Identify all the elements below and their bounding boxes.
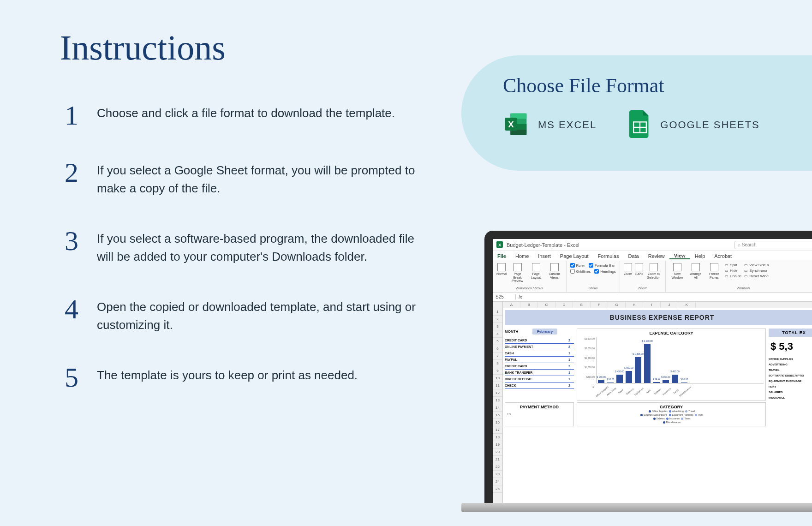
menu-page-layout[interactable]: Page Layout <box>555 253 593 259</box>
ms-excel-option[interactable]: X MS EXCEL <box>503 111 597 139</box>
step-1: 1 Choose and click a file format to down… <box>65 102 424 129</box>
bar-insurance: $ 150.00 <box>663 380 669 383</box>
steps-list: 1 Choose and click a file format to down… <box>65 102 424 421</box>
row-header[interactable]: 16 <box>493 419 502 426</box>
row-header[interactable]: 18 <box>493 434 502 441</box>
menu-insert[interactable]: Insert <box>533 253 555 259</box>
ribbon-page-layout[interactable]: Page Layout <box>528 263 544 279</box>
menu-formulas[interactable]: Formulas <box>593 253 624 259</box>
ribbon-group-label: Window <box>669 286 812 290</box>
ribbon-page-break-preview[interactable]: Page Break Preview <box>510 263 525 283</box>
col-header[interactable]: D <box>555 302 573 308</box>
bar-salaries: $ 45.00 <box>653 382 660 383</box>
ribbon-view-side-b[interactable]: ▭ View Side b <box>744 263 769 267</box>
row-header[interactable]: 10 <box>493 375 502 382</box>
ribbon-100-[interactable]: 100% <box>635 263 643 276</box>
col-header[interactable]: A <box>503 302 520 308</box>
row-header[interactable]: 3 <box>493 323 502 330</box>
row-header[interactable]: 12 <box>493 389 502 397</box>
row-header[interactable]: 15 <box>493 412 502 419</box>
col-header[interactable]: K <box>678 302 696 308</box>
ribbon-arrange-all[interactable]: Arrange All <box>688 263 704 279</box>
ytick: $2,000.00 <box>579 347 595 350</box>
expense-category-chart: EXPENSE CATEGORY $2,500.00$2,000.00$1,50… <box>577 329 766 400</box>
row-header[interactable]: 4 <box>493 330 502 338</box>
step-number: 2 <box>65 159 92 186</box>
ribbon-window: New WindowArrange AllFreeze Panes▭ Split… <box>666 261 812 292</box>
row-header[interactable]: 22 <box>493 463 502 471</box>
report-title: BUSINESS EXPENSE REPORT <box>505 310 812 325</box>
excel-menubar: FileHomeInsertPage LayoutFormulasDataRev… <box>493 251 812 261</box>
col-header[interactable]: B <box>520 302 538 308</box>
excel-window: X Budget-Ledger-Template - Excel ⌕ Searc… <box>493 239 812 503</box>
menu-review[interactable]: Review <box>644 253 669 259</box>
row-header[interactable]: 9 <box>493 367 502 375</box>
col-header[interactable]: J <box>661 302 678 308</box>
col-header[interactable]: G <box>608 302 626 308</box>
ribbon-group-label: Zoom <box>624 286 662 290</box>
col-header[interactable]: H <box>626 302 643 308</box>
row-header[interactable]: 17 <box>493 426 502 434</box>
row-header[interactable]: 5 <box>493 338 502 345</box>
row-header[interactable]: 14 <box>493 404 502 412</box>
row-header[interactable]: 19 <box>493 441 502 448</box>
step-number: 1 <box>65 102 92 129</box>
check-formula-bar[interactable]: Formula Bar <box>589 263 615 268</box>
col-header[interactable]: I <box>643 302 661 308</box>
check-gridlines[interactable]: Gridlines <box>570 269 591 274</box>
ribbon-hide[interactable]: ▭ Hide <box>725 269 741 273</box>
chart-tick: 2.5 <box>507 409 572 416</box>
sheets-icon <box>629 110 651 140</box>
fx-label: fx <box>516 294 525 299</box>
ribbon-unhide[interactable]: ▭ Unhide <box>725 274 741 278</box>
ribbon-zoom-to-selection[interactable]: Zoom to Selection <box>646 263 662 279</box>
row-header[interactable]: 7 <box>493 353 502 360</box>
menu-acrobat[interactable]: Acrobat <box>710 253 736 259</box>
row-header[interactable]: 1 <box>493 308 502 316</box>
row-header[interactable]: 2 <box>493 316 502 323</box>
menu-view[interactable]: View <box>669 253 690 259</box>
menu-help[interactable]: Help <box>690 253 710 259</box>
side-category: SALARIES <box>769 389 812 395</box>
ribbon-split[interactable]: ▭ Split <box>725 263 741 267</box>
row-header[interactable]: 24 <box>493 478 502 485</box>
step-number: 5 <box>65 364 92 391</box>
side-category: TRAVEL <box>769 367 812 373</box>
side-category: ADVERTISING <box>769 362 812 367</box>
col-header[interactable]: F <box>591 302 608 308</box>
totals-column: TOTAL EX $ 5,3 OFFICE SUPPLIESADVERTISIN… <box>769 329 812 400</box>
payment-row: CHECK2 <box>505 383 574 389</box>
menu-data[interactable]: Data <box>623 253 643 259</box>
menu-home[interactable]: Home <box>511 253 533 259</box>
row-header[interactable]: 13 <box>493 397 502 404</box>
google-sheets-option[interactable]: GOOGLE SHEETS <box>629 110 760 140</box>
laptop-screen: X Budget-Ledger-Template - Excel ⌕ Searc… <box>484 231 812 503</box>
cell-reference[interactable]: S25 <box>493 294 516 299</box>
row-header[interactable]: 25 <box>493 485 502 493</box>
row-header[interactable]: 11 <box>493 382 502 389</box>
ribbon-synchrono[interactable]: ▭ Synchrono <box>744 269 769 273</box>
ytick: $500.00 <box>579 376 595 378</box>
row-header[interactable]: 21 <box>493 456 502 463</box>
payment-row: CREDIT CARD2 <box>505 337 574 344</box>
bar-software: $ 650.00 <box>626 371 632 383</box>
ribbon-reset-wind[interactable]: ▭ Reset Wind <box>744 274 769 278</box>
row-header[interactable]: 23 <box>493 471 502 478</box>
payment-row: PAYPAL1 <box>505 357 574 363</box>
ribbon-freeze-panes[interactable]: Freeze Panes <box>706 263 722 279</box>
ribbon-normal[interactable]: Normal <box>496 263 507 276</box>
ribbon-new-window[interactable]: New Window <box>669 263 685 279</box>
col-header[interactable]: C <box>538 302 555 308</box>
check-ruler[interactable]: Ruler <box>570 263 585 268</box>
menu-file[interactable]: File <box>493 253 511 259</box>
ribbon-zoom[interactable]: Zoom <box>624 263 632 276</box>
row-header[interactable]: 6 <box>493 345 502 353</box>
check-headings[interactable]: Headings <box>594 269 616 274</box>
excel-search[interactable]: ⌕ Search <box>734 241 812 249</box>
row-header[interactable]: 20 <box>493 448 502 456</box>
bar-advertising: $ 20.00 <box>607 383 614 383</box>
ribbon-custom-views[interactable]: Custom Views <box>547 263 562 279</box>
row-header[interactable]: 8 <box>493 360 502 367</box>
col-header[interactable]: E <box>573 302 591 308</box>
payment-summary: MONTH February CREDIT CARD2ONLINE PAYMEN… <box>505 329 574 400</box>
